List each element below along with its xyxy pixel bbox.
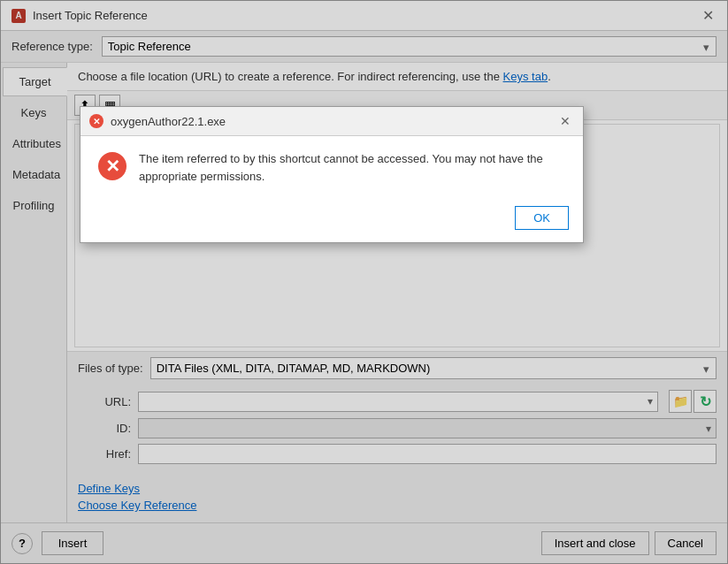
modal-outer-error-icon: ✕	[89, 114, 103, 128]
modal-title-bar: ✕ oxygenAuthor22.1.exe ✕	[80, 107, 583, 136]
modal-close-button[interactable]: ✕	[556, 112, 574, 130]
modal-error-icon: ✕	[98, 152, 126, 180]
modal-footer: OK	[80, 199, 583, 242]
modal-overlay: ✕ oxygenAuthor22.1.exe ✕ ✕ The item refe…	[0, 0, 728, 564]
modal-ok-button[interactable]: OK	[515, 206, 569, 230]
modal-title: oxygenAuthor22.1.exe	[111, 115, 226, 128]
error-dialog: ✕ oxygenAuthor22.1.exe ✕ ✕ The item refe…	[80, 106, 584, 243]
modal-body: ✕ The item referred to by this shortcut …	[80, 136, 583, 199]
dialog-wrapper: A Insert Topic Reference ✕ Reference typ…	[0, 0, 728, 564]
modal-message: The item referred to by this shortcut ca…	[139, 150, 565, 185]
